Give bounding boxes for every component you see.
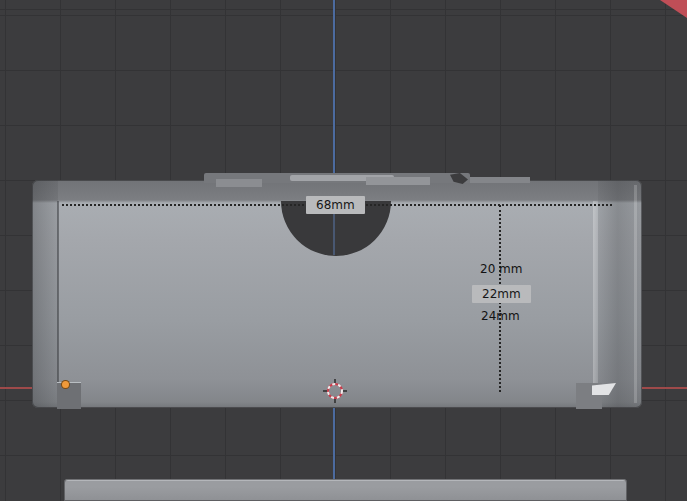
model-bottom-plate: [64, 479, 627, 501]
model-top-port-left: [216, 179, 262, 187]
3d-viewport[interactable]: 68mm 20 mm 22mm 24mm: [0, 0, 687, 501]
model-left-seam: [57, 201, 59, 385]
dimension-label-height-20[interactable]: 20 mm: [480, 262, 522, 276]
3d-cursor-icon[interactable]: [323, 379, 347, 403]
model-bottom-step-left: [57, 383, 81, 409]
model-left-cap: [32, 180, 58, 408]
dimension-label-height-24[interactable]: 24mm: [481, 309, 520, 323]
model-right-seam: [593, 201, 598, 385]
model-right-edge-highlight: [634, 185, 637, 403]
object-origin-icon[interactable]: [62, 381, 69, 388]
model-top-patch: [470, 177, 530, 183]
model-top-port-right: [366, 177, 430, 185]
dimension-label-height-22[interactable]: 22mm: [472, 285, 531, 303]
dimension-label-width[interactable]: 68mm: [306, 196, 365, 214]
